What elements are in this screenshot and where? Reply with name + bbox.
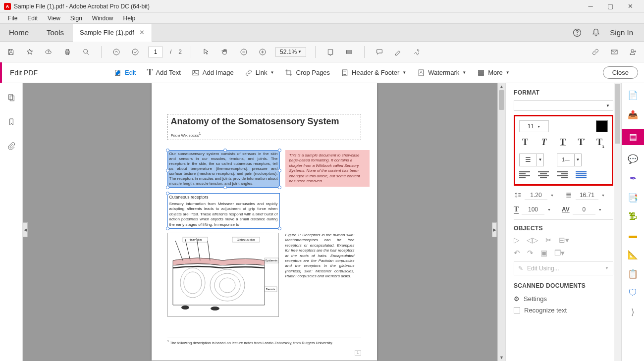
numbered-list-button[interactable]: 1—▼: [557, 154, 582, 166]
align-justify-button[interactable]: [576, 171, 587, 180]
fit-width-icon[interactable]: [324, 45, 336, 59]
star-icon[interactable]: [24, 45, 36, 59]
maximize-button[interactable]: ▢: [600, 0, 620, 13]
align-obj-icon[interactable]: ⊟▾: [559, 236, 569, 245]
flip-v-icon[interactable]: ◁▷: [527, 236, 538, 245]
rotate-cw-icon[interactable]: ↷: [527, 249, 534, 258]
crop-button[interactable]: Crop Pages: [285, 68, 330, 77]
expand-right-icon[interactable]: ▶: [492, 222, 497, 237]
crop-obj-icon[interactable]: ✂: [545, 236, 552, 245]
selected-text-frame[interactable]: Our somatosensory system consists of sen…: [167, 150, 280, 188]
comment-rail-icon[interactable]: 💬: [628, 154, 638, 164]
callout-box[interactable]: This is a sample document to showcase pa…: [285, 150, 370, 187]
header-footer-button[interactable]: Header & Footer ▼: [341, 68, 406, 77]
link-share-icon[interactable]: [590, 45, 601, 59]
italic-button[interactable]: T: [538, 137, 550, 149]
sign-rail-icon[interactable]: ✒: [630, 173, 637, 184]
tab-tools[interactable]: Tools: [38, 24, 73, 42]
page-down-icon[interactable]: [129, 45, 141, 59]
search-icon[interactable]: [80, 45, 92, 59]
flip-h-icon[interactable]: ▷: [514, 236, 520, 245]
menu-view[interactable]: View: [43, 14, 65, 23]
menu-window[interactable]: Window: [87, 14, 118, 23]
save-icon[interactable]: [5, 45, 17, 59]
menu-sign[interactable]: Sign: [65, 14, 87, 23]
notifications-icon[interactable]: [591, 27, 601, 38]
document-viewport[interactable]: ◀ Anatomy of the Somatosensory System Fr…: [23, 83, 505, 361]
add-image-button[interactable]: Add Image: [192, 68, 234, 77]
edit-button[interactable]: Edit: [114, 68, 136, 77]
email-icon[interactable]: [608, 45, 620, 59]
menu-file[interactable]: File: [3, 14, 22, 23]
sign-icon[interactable]: [411, 45, 423, 59]
menu-help[interactable]: Help: [118, 14, 141, 23]
fit-page-icon[interactable]: [343, 45, 355, 59]
organize-icon[interactable]: 📑: [628, 193, 638, 203]
redact-icon[interactable]: ▬: [629, 231, 637, 241]
page-number-input[interactable]: [148, 47, 163, 57]
menu-edit[interactable]: Edit: [22, 14, 43, 23]
figure-caption[interactable]: Figure 1: Receptors in the human skin: M…: [285, 233, 355, 279]
font-size-dropdown[interactable]: 11▼: [519, 120, 549, 132]
zoom-in-icon[interactable]: [257, 45, 268, 59]
para-spacing-input[interactable]: 16.71: [576, 191, 598, 200]
tracking-input[interactable]: 0: [573, 205, 595, 214]
settings-row[interactable]: ⚙ Settings: [514, 293, 613, 305]
underline-button[interactable]: T: [557, 137, 569, 149]
hand-icon[interactable]: [219, 45, 231, 59]
title-text-frame[interactable]: Anatomy of the Somatosensory System From…: [167, 114, 361, 140]
bullet-list-button[interactable]: ☰▼: [519, 154, 544, 166]
arrange-icon[interactable]: ❐▾: [554, 249, 565, 258]
bookmarks-icon[interactable]: [7, 116, 15, 127]
more-tools-icon[interactable]: ⟩: [631, 307, 635, 317]
font-family-dropdown[interactable]: ▼: [514, 100, 613, 111]
tab-close-icon[interactable]: ✕: [139, 29, 145, 36]
minimize-button[interactable]: ─: [581, 0, 600, 13]
more-button[interactable]: More ▼: [477, 68, 510, 77]
create-pdf-icon[interactable]: 📄: [628, 90, 638, 101]
close-window-button[interactable]: ✕: [620, 0, 640, 13]
zoom-level-dropdown[interactable]: 52.1%▼: [275, 47, 306, 57]
tab-document[interactable]: Sample File (1).pdf ✕: [73, 24, 152, 42]
zoom-out-icon[interactable]: [238, 45, 250, 59]
cloud-upload-icon[interactable]: [43, 45, 54, 59]
subscript-button[interactable]: T₁: [594, 137, 606, 149]
panel-scrollbar[interactable]: ▲: [614, 83, 621, 361]
close-editbar-button[interactable]: Close: [603, 66, 638, 79]
attachments-icon[interactable]: [7, 141, 15, 151]
print-icon[interactable]: [61, 45, 73, 59]
sign-in-link[interactable]: Sign In: [610, 28, 633, 37]
help-icon[interactable]: [572, 27, 582, 38]
figure-image[interactable]: Hairy skin Glabrous skin Epidermis Dermi…: [167, 233, 279, 317]
protect-icon[interactable]: 🛡: [629, 288, 637, 298]
color-swatch[interactable]: [596, 120, 608, 132]
share-person-icon[interactable]: [627, 45, 639, 59]
footnote[interactable]: 1 The following description is based on …: [167, 338, 361, 345]
prepare-form-icon[interactable]: 📋: [628, 269, 638, 279]
export-pdf-icon[interactable]: 📤: [628, 109, 638, 120]
edit-pdf-rail-icon[interactable]: ▤: [622, 129, 644, 145]
page-up-icon[interactable]: [110, 45, 122, 59]
checkbox-icon[interactable]: [514, 307, 520, 313]
measure-icon[interactable]: 📐: [628, 250, 638, 260]
recognize-row[interactable]: Recognize text: [514, 305, 613, 316]
align-right-button[interactable]: [557, 171, 568, 180]
replace-image-icon[interactable]: ▣: [540, 249, 547, 258]
doc-scrollbar[interactable]: ▲ ▼: [497, 83, 505, 361]
tab-home[interactable]: Home: [0, 24, 38, 42]
thumbnails-icon[interactable]: [7, 92, 15, 103]
superscript-button[interactable]: T¹: [576, 137, 588, 149]
bold-button[interactable]: T: [519, 137, 531, 149]
highlight-icon[interactable]: [392, 45, 404, 59]
compress-icon[interactable]: 🗜: [629, 212, 637, 222]
align-left-button[interactable]: [519, 171, 530, 180]
para2-text-frame[interactable]: Cutaneous receptors Sensory information …: [167, 193, 280, 229]
pointer-icon[interactable]: [200, 45, 212, 59]
line-spacing-input[interactable]: 1.20: [525, 191, 547, 200]
watermark-button[interactable]: Watermark ▼: [417, 68, 466, 77]
add-text-button[interactable]: T Add Text: [147, 67, 180, 78]
rotate-ccw-icon[interactable]: ↶: [514, 249, 520, 258]
expand-left-icon[interactable]: ◀: [23, 222, 28, 237]
comment-icon[interactable]: [374, 45, 385, 59]
hscale-input[interactable]: 100: [522, 205, 544, 214]
